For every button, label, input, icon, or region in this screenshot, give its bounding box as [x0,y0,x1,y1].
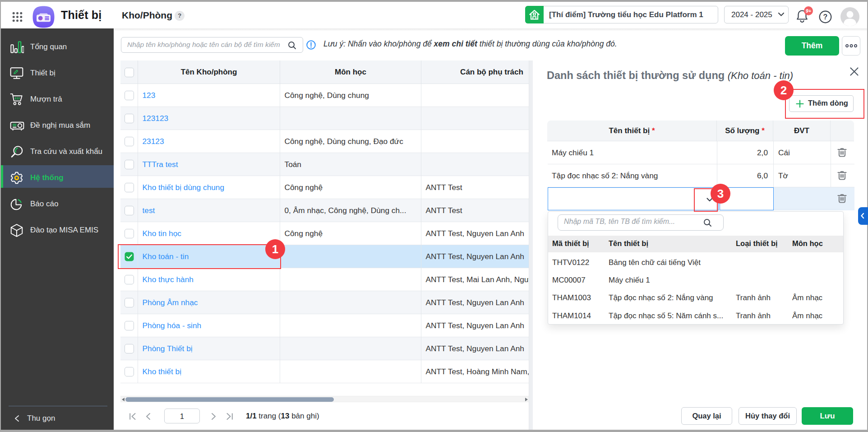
svg-text:?: ? [823,13,828,21]
